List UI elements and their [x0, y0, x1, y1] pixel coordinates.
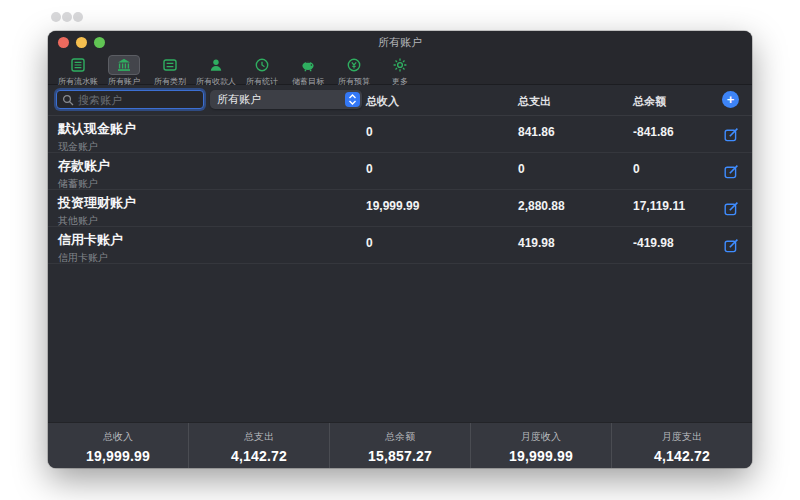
bank-icon — [108, 55, 140, 75]
account-list: 默认现金账户 现金账户 0 841.86 -841.86 存款账户 储蓄账户 0… — [48, 115, 752, 264]
account-row[interactable]: 投资理财账户 其他账户 19,999.99 2,880.88 17,119.11 — [48, 190, 752, 227]
inactive-traffic-light — [51, 12, 61, 22]
window-controls — [58, 37, 105, 48]
account-expense: 0 — [518, 162, 525, 176]
minimize-window-button[interactable] — [76, 37, 87, 48]
add-account-button[interactable]: + — [722, 91, 739, 108]
account-row[interactable]: 默认现金账户 现金账户 0 841.86 -841.86 — [48, 116, 752, 153]
ledger-icon — [62, 55, 94, 75]
toolbar-item-more[interactable]: 更多 — [378, 55, 422, 87]
account-type: 现金账户 — [58, 140, 752, 154]
column-header-expense: 总支出 — [518, 94, 551, 109]
search-input[interactable] — [78, 94, 198, 106]
account-type: 其他账户 — [58, 214, 752, 228]
stat-label: 月度支出 — [612, 430, 752, 444]
account-income: 0 — [366, 236, 373, 250]
window-title: 所有账户 — [48, 31, 752, 53]
chevron-up-down-icon — [345, 92, 360, 107]
window-titlebar: 所有账户 — [48, 31, 752, 53]
stat-value: 4,142.72 — [612, 448, 752, 464]
toolbar-item-savings-goals[interactable]: 储蓄目标 — [286, 55, 330, 87]
stat-total-balance: 总余额 15,857.27 — [329, 423, 470, 468]
account-type: 储蓄账户 — [58, 177, 752, 191]
account-balance: 0 — [633, 162, 640, 176]
edit-account-icon[interactable] — [723, 200, 740, 217]
toolbar-item-statistics[interactable]: 所有统计 — [240, 55, 284, 87]
stat-value: 15,857.27 — [330, 448, 470, 464]
toolbar: 所有流水账 所有账户 所有类别 所有收款人 所有统计 — [48, 53, 752, 85]
stat-total-income: 总收入 19,999.99 — [48, 423, 188, 468]
filter-bar: 所有账户 总收入 总支出 总余额 + — [48, 85, 752, 115]
stat-label: 月度收入 — [471, 430, 611, 444]
zoom-window-button[interactable] — [94, 37, 105, 48]
account-filter-dropdown[interactable]: 所有账户 — [210, 90, 362, 109]
payee-icon — [200, 55, 232, 75]
toolbar-item-categories[interactable]: 所有类别 — [148, 55, 192, 87]
account-type: 信用卡账户 — [58, 251, 752, 265]
edit-account-icon[interactable] — [723, 163, 740, 180]
account-expense: 2,880.88 — [518, 199, 565, 213]
stat-value: 19,999.99 — [471, 448, 611, 464]
toolbar-item-payees[interactable]: 所有收款人 — [194, 55, 238, 87]
stat-monthly-income: 月度收入 19,999.99 — [470, 423, 611, 468]
account-balance: -419.98 — [633, 236, 674, 250]
summary-footer: 总收入 19,999.99 总支出 4,142.72 总余额 15,857.27… — [48, 422, 752, 468]
toolbar-item-budgets[interactable]: 所有预算 — [332, 55, 376, 87]
edit-account-icon[interactable] — [723, 126, 740, 143]
budget-icon — [338, 55, 370, 75]
account-row[interactable]: 信用卡账户 信用卡账户 0 419.98 -419.98 — [48, 227, 752, 264]
inactive-traffic-light — [62, 12, 72, 22]
account-balance: -841.86 — [633, 125, 674, 139]
search-icon — [62, 94, 74, 106]
app-window: 所有账户 所有流水账 所有账户 所有类别 所有收款人 — [48, 31, 752, 468]
account-income: 0 — [366, 125, 373, 139]
inactive-traffic-light — [73, 12, 83, 22]
dropdown-selected-value: 所有账户 — [210, 92, 345, 107]
gear-icon — [384, 55, 416, 75]
stat-label: 总支出 — [189, 430, 329, 444]
search-field[interactable] — [56, 90, 204, 109]
category-icon — [154, 55, 186, 75]
edit-account-icon[interactable] — [723, 237, 740, 254]
stat-value: 19,999.99 — [48, 448, 188, 464]
stat-label: 总余额 — [330, 430, 470, 444]
stat-label: 总收入 — [48, 430, 188, 444]
account-balance: 17,119.11 — [633, 199, 685, 213]
piggy-bank-icon — [292, 55, 324, 75]
account-row[interactable]: 存款账户 储蓄账户 0 0 0 — [48, 153, 752, 190]
account-name: 存款账户 — [58, 157, 752, 175]
stats-icon — [246, 55, 278, 75]
account-income: 0 — [366, 162, 373, 176]
toolbar-item-accounts[interactable]: 所有账户 — [102, 55, 146, 87]
close-window-button[interactable] — [58, 37, 69, 48]
stat-total-expense: 总支出 4,142.72 — [188, 423, 329, 468]
stat-value: 4,142.72 — [189, 448, 329, 464]
toolbar-item-transactions[interactable]: 所有流水账 — [56, 55, 100, 87]
column-header-income: 总收入 — [366, 94, 399, 109]
stat-monthly-expense: 月度支出 4,142.72 — [611, 423, 752, 468]
account-expense: 841.86 — [518, 125, 555, 139]
account-expense: 419.98 — [518, 236, 555, 250]
column-header-balance: 总余额 — [633, 94, 666, 109]
account-income: 19,999.99 — [366, 199, 419, 213]
